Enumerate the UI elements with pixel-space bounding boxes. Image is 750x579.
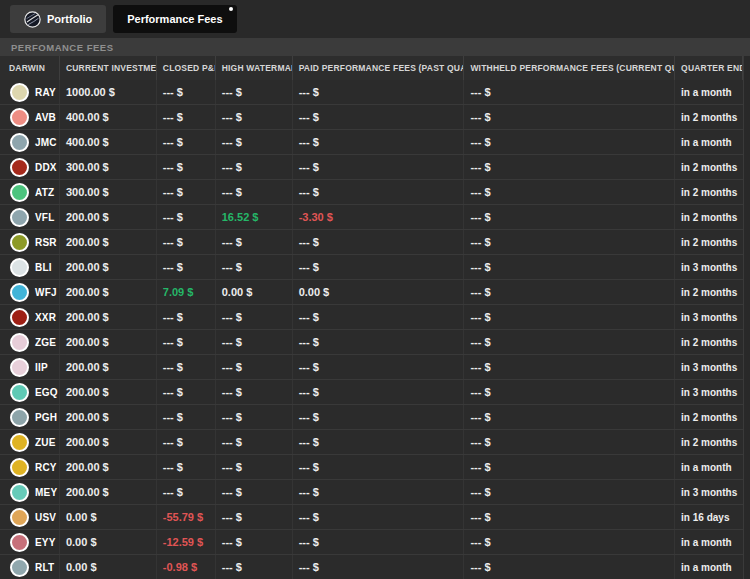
closed-pl-cell: -55.79 $ xyxy=(157,505,216,529)
header-high-watermark: HIGH WATERMARK xyxy=(216,56,293,80)
darwin-cell: PGH xyxy=(0,405,60,429)
quarter-ends-cell: in 2 months xyxy=(675,155,743,179)
high-watermark-cell: --- $ xyxy=(216,530,293,554)
withheld-fees-cell: --- $ xyxy=(464,180,675,204)
high-watermark-cell: --- $ xyxy=(216,255,293,279)
darwin-cell: AVB xyxy=(0,105,60,129)
darwin-name: RCY xyxy=(35,462,57,473)
high-watermark-cell: --- $ xyxy=(216,555,293,579)
closed-pl-cell: --- $ xyxy=(157,305,216,329)
high-watermark-cell: --- $ xyxy=(216,180,293,204)
paid-fees-cell: --- $ xyxy=(293,130,465,154)
closed-pl-cell: --- $ xyxy=(157,80,216,104)
closed-pl-cell: --- $ xyxy=(157,130,216,154)
high-watermark-cell: --- $ xyxy=(216,130,293,154)
table-row[interactable]: XXR 200.00 $ --- $ --- $ --- $ --- $ in … xyxy=(0,305,743,330)
current-investment-cell: 1000.00 $ xyxy=(60,80,157,104)
high-watermark-cell: --- $ xyxy=(216,455,293,479)
darwin-name: WFJ xyxy=(35,287,57,298)
darwinex-logo-icon xyxy=(24,11,41,28)
current-investment-cell: 200.00 $ xyxy=(60,280,157,304)
current-investment-cell: 200.00 $ xyxy=(60,355,157,379)
closed-pl-cell: --- $ xyxy=(157,455,216,479)
paid-fees-cell: --- $ xyxy=(293,80,465,104)
paid-fees-cell: --- $ xyxy=(293,355,465,379)
withheld-fees-cell: --- $ xyxy=(464,305,675,329)
quarter-ends-cell: in a month xyxy=(675,80,743,104)
darwin-cell: DDX xyxy=(0,155,60,179)
table-row[interactable]: ZUE 200.00 $ --- $ --- $ --- $ --- $ in … xyxy=(0,430,743,455)
table-row[interactable]: VFL 200.00 $ --- $ 16.52 $ -3.30 $ --- $… xyxy=(0,205,743,230)
section-title: PERFOMANCE FEES xyxy=(11,42,114,53)
withheld-fees-cell: --- $ xyxy=(464,155,675,179)
withheld-fees-cell: --- $ xyxy=(464,555,675,579)
withheld-fees-cell: --- $ xyxy=(464,130,675,154)
table-row[interactable]: ZGE 200.00 $ --- $ --- $ --- $ --- $ in … xyxy=(0,330,743,355)
table-row[interactable]: DDX 300.00 $ --- $ --- $ --- $ --- $ in … xyxy=(0,155,743,180)
table-row[interactable]: AVB 400.00 $ --- $ --- $ --- $ --- $ in … xyxy=(0,105,743,130)
darwin-cell: WFJ xyxy=(0,280,60,304)
quarter-ends-cell: in 3 months xyxy=(675,255,743,279)
tab-portfolio[interactable]: Portfolio xyxy=(10,5,106,33)
current-investment-cell: 200.00 $ xyxy=(60,405,157,429)
darwin-name: IIP xyxy=(35,362,48,373)
current-investment-cell: 300.00 $ xyxy=(60,180,157,204)
table-row[interactable]: IIP 200.00 $ --- $ --- $ --- $ --- $ in … xyxy=(0,355,743,380)
paid-fees-cell: --- $ xyxy=(293,555,465,579)
table-row[interactable]: EGQ 200.00 $ --- $ --- $ --- $ --- $ in … xyxy=(0,380,743,405)
quarter-ends-cell: in 3 months xyxy=(675,380,743,404)
closed-pl-cell: --- $ xyxy=(157,105,216,129)
table-row[interactable]: ATZ 300.00 $ --- $ --- $ --- $ --- $ in … xyxy=(0,180,743,205)
withheld-fees-cell: --- $ xyxy=(464,205,675,229)
tab-portfolio-label: Portfolio xyxy=(47,13,92,25)
closed-pl-cell: --- $ xyxy=(157,480,216,504)
paid-fees-cell: --- $ xyxy=(293,330,465,354)
paid-fees-cell: --- $ xyxy=(293,255,465,279)
darwin-avatar xyxy=(10,408,29,427)
current-investment-cell: 0.00 $ xyxy=(60,555,157,579)
table-row[interactable]: RSR 200.00 $ --- $ --- $ --- $ --- $ in … xyxy=(0,230,743,255)
paid-fees-cell: --- $ xyxy=(293,230,465,254)
paid-fees-cell: --- $ xyxy=(293,180,465,204)
darwin-name: XXR xyxy=(35,312,56,323)
quarter-ends-cell: in 2 months xyxy=(675,280,743,304)
tab-bar: Portfolio Performance Fees xyxy=(0,0,750,38)
current-investment-cell: 0.00 $ xyxy=(60,505,157,529)
closed-pl-cell: -0.98 $ xyxy=(157,555,216,579)
darwin-name: USV xyxy=(35,512,56,523)
table-row[interactable]: JMC 400.00 $ --- $ --- $ --- $ --- $ in … xyxy=(0,130,743,155)
paid-fees-cell: -3.30 $ xyxy=(293,205,465,229)
darwin-cell: MEY xyxy=(0,480,60,504)
table-row[interactable]: USV 0.00 $ -55.79 $ --- $ --- $ --- $ in… xyxy=(0,505,743,530)
darwin-cell: ZUE xyxy=(0,430,60,454)
closed-pl-cell: 7.09 $ xyxy=(157,280,216,304)
darwin-cell: USV xyxy=(0,505,60,529)
quarter-ends-cell: in a month xyxy=(675,130,743,154)
high-watermark-cell: --- $ xyxy=(216,330,293,354)
table-row[interactable]: PGH 200.00 $ --- $ --- $ --- $ --- $ in … xyxy=(0,405,743,430)
table-row[interactable]: WFJ 200.00 $ 7.09 $ 0.00 $ 0.00 $ --- $ … xyxy=(0,280,743,305)
table-row[interactable]: RCY 200.00 $ --- $ --- $ --- $ --- $ in … xyxy=(0,455,743,480)
header-darwin: DARWIN xyxy=(0,56,60,80)
darwin-cell: RLT xyxy=(0,555,60,579)
header-quarter-ends: QUARTER ENDS xyxy=(675,56,743,80)
withheld-fees-cell: --- $ xyxy=(464,255,675,279)
table-row[interactable]: RLT 0.00 $ -0.98 $ --- $ --- $ --- $ in … xyxy=(0,555,743,579)
current-investment-cell: 200.00 $ xyxy=(60,430,157,454)
current-investment-cell: 300.00 $ xyxy=(60,155,157,179)
darwin-cell: RCY xyxy=(0,455,60,479)
high-watermark-cell: 16.52 $ xyxy=(216,205,293,229)
darwin-name: AVB xyxy=(35,112,56,123)
withheld-fees-cell: --- $ xyxy=(464,380,675,404)
darwin-name: PGH xyxy=(35,412,57,423)
darwin-name: VFL xyxy=(35,212,55,223)
tab-performance-fees[interactable]: Performance Fees xyxy=(113,5,236,33)
table-row[interactable]: BLI 200.00 $ --- $ --- $ --- $ --- $ in … xyxy=(0,255,743,280)
paid-fees-cell: --- $ xyxy=(293,455,465,479)
darwin-name: EGQ xyxy=(35,387,58,398)
table-row[interactable]: RAY 1000.00 $ --- $ --- $ --- $ --- $ in… xyxy=(0,80,743,105)
table-row[interactable]: MEY 200.00 $ --- $ --- $ --- $ --- $ in … xyxy=(0,480,743,505)
darwin-avatar xyxy=(10,258,29,277)
table-row[interactable]: EYY 0.00 $ -12.59 $ --- $ --- $ --- $ in… xyxy=(0,530,743,555)
table-body: RAY 1000.00 $ --- $ --- $ --- $ --- $ in… xyxy=(0,80,743,579)
